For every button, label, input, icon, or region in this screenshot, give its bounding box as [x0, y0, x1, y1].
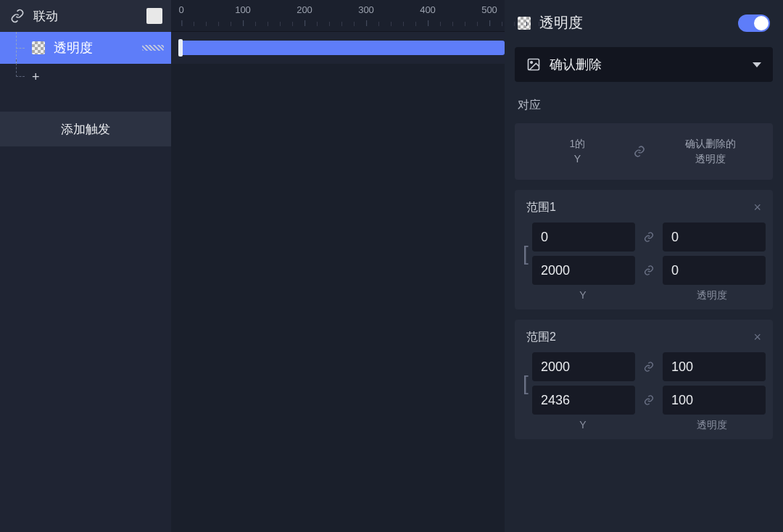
properties-panel: 透明度 确认删除 对应 1的 Y 确认删除的 透明度 范围1 × [	[505, 0, 783, 532]
map-source: 1的 Y	[522, 136, 633, 167]
close-icon[interactable]: ×	[753, 200, 761, 215]
bracket-icon: [	[522, 359, 529, 408]
range-card: 范围2 × [ Y 透明度	[515, 320, 773, 439]
map-source-line1: 1的	[522, 136, 633, 151]
toggle-knob	[754, 16, 768, 30]
target-dropdown[interactable]: 确认删除	[515, 47, 773, 82]
ruler-tick: 0	[178, 4, 183, 15]
bracket-icon: [	[522, 229, 529, 278]
range-label-left: Y	[529, 419, 637, 432]
map-target: 确认删除的 透明度	[655, 136, 766, 167]
checker-icon	[518, 17, 531, 30]
panel-header[interactable]: 联动	[0, 0, 171, 32]
ruler-tick: 100	[235, 4, 251, 15]
property-title: 透明度	[539, 13, 729, 33]
map-target-line1: 确认删除的	[655, 136, 766, 151]
link-icon	[638, 265, 660, 276]
image-icon	[526, 57, 541, 72]
spacer	[0, 90, 171, 112]
range-title: 范围2	[526, 330, 753, 345]
property-header: 透明度	[515, 9, 773, 37]
ruler-tick: 300	[358, 4, 374, 15]
link-icon	[638, 361, 660, 373]
link-icon	[638, 394, 660, 406]
range-title: 范围1	[526, 200, 753, 215]
map-source-line2: Y	[522, 151, 633, 167]
thumbnail-icon	[146, 8, 162, 24]
range-card: 范围1 × [ Y 透明度	[515, 190, 773, 309]
ruler-tick: 400	[420, 4, 436, 15]
timeline-ruler[interactable]: 0100200300400500	[171, 0, 505, 32]
range-label-left: Y	[529, 289, 637, 302]
chevron-down-icon	[753, 62, 761, 67]
range-label-right: 透明度	[658, 419, 766, 432]
range-to-start[interactable]	[663, 223, 766, 252]
svg-point-1	[531, 62, 533, 64]
ruler-tick: 200	[297, 4, 312, 15]
range-to-end[interactable]	[663, 386, 766, 415]
ruler-tick: 500	[481, 4, 497, 15]
dropdown-label: 确认删除	[550, 56, 744, 73]
range-from-end[interactable]	[532, 256, 635, 285]
track-bar[interactable]	[178, 41, 505, 55]
add-layer-row[interactable]: +	[0, 64, 171, 90]
layer-row-opacity[interactable]: 透明度	[0, 32, 171, 64]
range-from-start[interactable]	[532, 352, 635, 381]
layers-panel: 联动 透明度 + 添加触发	[0, 0, 171, 532]
plus-icon: +	[32, 70, 40, 85]
add-trigger-button[interactable]: 添加触发	[0, 112, 171, 146]
link-icon	[633, 145, 655, 158]
range-from-end[interactable]	[532, 386, 635, 415]
layer-badge-icon	[142, 45, 164, 51]
panel-title: 联动	[33, 8, 138, 25]
timeline-panel: 0100200300400500	[171, 0, 505, 532]
range-to-end[interactable]	[663, 256, 766, 285]
link-icon	[638, 231, 660, 243]
close-icon[interactable]: ×	[753, 330, 761, 345]
link-icon	[10, 9, 25, 23]
mapping-card: 1的 Y 确认删除的 透明度	[515, 123, 773, 180]
layer-label: 透明度	[54, 39, 133, 57]
enable-toggle[interactable]	[738, 14, 770, 32]
track-handle[interactable]	[178, 39, 183, 57]
range-label-right: 透明度	[658, 289, 766, 302]
range-from-start[interactable]	[532, 223, 635, 252]
timeline-empty	[171, 64, 505, 532]
track-row[interactable]	[171, 32, 505, 64]
checker-icon	[32, 41, 45, 54]
map-target-line2: 透明度	[655, 151, 766, 167]
section-title-map: 对应	[515, 92, 773, 113]
range-to-start[interactable]	[663, 352, 766, 381]
